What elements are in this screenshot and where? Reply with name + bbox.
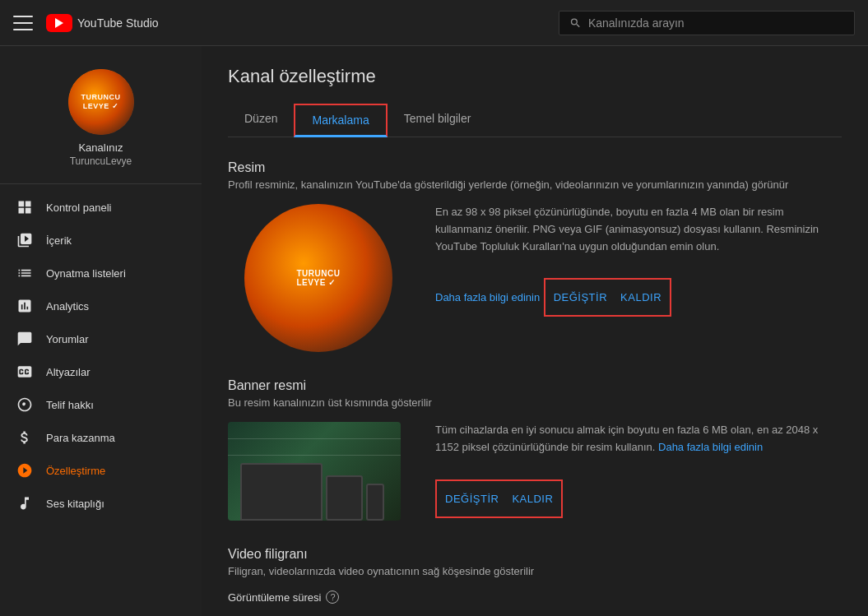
goruntuleme-help-icon[interactable]: ? bbox=[326, 591, 339, 604]
sidebar-item-monetize[interactable]: Para kazanma bbox=[0, 421, 202, 454]
sidebar-label-copyright: Telif hakkı bbox=[46, 399, 94, 411]
resim-image-area: TURUNCULEVYE ✓ bbox=[228, 204, 409, 352]
sidebar-label-playlists: Oynatma listeleri bbox=[46, 267, 126, 280]
analytics-icon bbox=[16, 298, 33, 314]
sidebar-item-playlists[interactable]: Oynatma listeleri bbox=[0, 257, 202, 289]
resim-info: En az 98 x 98 piksel çözünürlüğünde, boy… bbox=[435, 204, 842, 352]
logo-area: YouTube Studio bbox=[46, 14, 159, 32]
phone-device-icon bbox=[366, 484, 384, 521]
channel-name: Kanalınız bbox=[78, 141, 123, 154]
watermark-goruntuleme: Görüntüleme süresi ? bbox=[228, 591, 842, 604]
sidebar-label-monetize: Para kazanma bbox=[46, 432, 115, 444]
sidebar-item-subtitles[interactable]: Altyazılar bbox=[0, 355, 202, 388]
banner-info-text: Tüm cihazlarda en iyi sonucu almak için … bbox=[435, 422, 842, 456]
sidebar: TURUNCULEVYE ✓ Kanalınız TuruncuLevye Ko… bbox=[0, 46, 202, 616]
search-icon bbox=[569, 16, 582, 30]
top-navigation: YouTube Studio bbox=[0, 0, 868, 46]
avatar: TURUNCULEVYE ✓ bbox=[68, 69, 134, 135]
section-resim: Resim Profil resminiz, kanalınızın YouTu… bbox=[228, 160, 842, 352]
copyright-icon bbox=[16, 396, 33, 413]
monetize-icon bbox=[16, 429, 33, 446]
menu-icon[interactable] bbox=[13, 13, 33, 33]
banner-image-area bbox=[228, 422, 409, 521]
sidebar-label-analytics: Analytics bbox=[46, 300, 89, 313]
channel-info: TURUNCULEVYE ✓ Kanalınız TuruncuLevye bbox=[0, 59, 202, 184]
banner-change-button[interactable]: DEĞİŞTİR bbox=[445, 489, 499, 508]
playlists-icon bbox=[16, 265, 33, 281]
sidebar-item-customize[interactable]: Özelleştirme bbox=[0, 454, 202, 487]
sidebar-item-dashboard[interactable]: Kontrol paneli bbox=[0, 191, 202, 224]
sidebar-label-comments: Yorumlar bbox=[46, 333, 89, 345]
banner-devices bbox=[240, 447, 388, 521]
sidebar-label-content: İçerik bbox=[46, 234, 72, 247]
sidebar-item-content[interactable]: İçerik bbox=[0, 224, 202, 257]
tab-duzen[interactable]: Düzen bbox=[228, 104, 294, 137]
youtube-logo-icon bbox=[46, 14, 72, 32]
content-area: Kanal özelleştirme Düzen Markalama Temel… bbox=[202, 46, 868, 616]
sidebar-label-customize: Özelleştirme bbox=[46, 465, 105, 477]
resim-info-text: En az 98 x 98 piksel çözünürlüğünde, boy… bbox=[435, 204, 842, 255]
watermark-title: Video filigranı bbox=[228, 547, 842, 562]
profile-image: TURUNCULEVYE ✓ bbox=[244, 204, 392, 352]
banner-info-link[interactable]: Daha fazla bilgi edinin bbox=[658, 441, 763, 453]
search-bar[interactable] bbox=[559, 11, 855, 35]
tab-markalama[interactable]: Markalama bbox=[294, 104, 387, 137]
resim-body: TURUNCULEVYE ✓ En az 98 x 98 piksel çözü… bbox=[228, 204, 842, 352]
channel-handle: TuruncuLevye bbox=[70, 155, 132, 167]
tab-temel[interactable]: Temel bilgiler bbox=[388, 104, 488, 137]
resim-title: Resim bbox=[228, 160, 842, 175]
banner-image bbox=[228, 422, 401, 521]
resim-change-button[interactable]: DEĞİŞTİR bbox=[554, 288, 607, 307]
main-area: TURUNCULEVYE ✓ Kanalınız TuruncuLevye Ko… bbox=[0, 46, 868, 616]
tabs-bar: Düzen Markalama Temel bilgiler bbox=[228, 104, 842, 137]
section-watermark: Video filigranı Filigran, videolarınızda… bbox=[228, 547, 842, 604]
banner-body: Tüm cihazlarda en iyi sonucu almak için … bbox=[228, 422, 842, 521]
sidebar-item-audio[interactable]: Ses kitaplığı bbox=[0, 487, 202, 520]
subtitles-icon bbox=[16, 364, 33, 380]
search-input[interactable] bbox=[588, 16, 844, 30]
banner-desc: Bu resim kanalınızın üst kısmında göster… bbox=[228, 396, 842, 409]
section-banner: Banner resmi Bu resim kanalınızın üst kı… bbox=[228, 378, 842, 521]
sidebar-label-subtitles: Altyazılar bbox=[46, 366, 90, 378]
sidebar-item-copyright[interactable]: Telif hakkı bbox=[0, 388, 202, 421]
dashboard-icon bbox=[16, 199, 33, 215]
laptop-device-icon bbox=[240, 463, 323, 521]
comments-icon bbox=[16, 331, 33, 347]
sidebar-item-analytics[interactable]: Analytics bbox=[0, 289, 202, 322]
banner-title: Banner resmi bbox=[228, 378, 842, 393]
audio-icon bbox=[16, 495, 33, 512]
sidebar-label-dashboard: Kontrol paneli bbox=[46, 201, 112, 214]
resim-action-buttons: DEĞİŞTİR KALDIR bbox=[544, 278, 671, 317]
customize-icon bbox=[16, 462, 33, 479]
banner-info: Tüm cihazlarda en iyi sonucu almak için … bbox=[435, 422, 842, 521]
banner-remove-button[interactable]: KALDIR bbox=[512, 489, 553, 508]
page-title: Kanal özelleştirme bbox=[228, 66, 842, 87]
studio-label: YouTube Studio bbox=[77, 16, 159, 30]
resim-remove-button[interactable]: KALDIR bbox=[620, 288, 661, 307]
banner-action-buttons: DEĞİŞTİR KALDIR bbox=[435, 479, 563, 518]
tablet-device-icon bbox=[326, 475, 363, 521]
avatar-image: TURUNCULEVYE ✓ bbox=[68, 69, 134, 135]
sidebar-label-audio: Ses kitaplığı bbox=[46, 498, 104, 510]
sidebar-item-comments[interactable]: Yorumlar bbox=[0, 322, 202, 355]
watermark-desc: Filigran, videolarınızda video oynatıcın… bbox=[228, 565, 842, 577]
resim-desc: Profil resminiz, kanalınızın YouTube'da … bbox=[228, 178, 842, 191]
resim-info-link[interactable]: Daha fazla bilgi edinin bbox=[435, 291, 540, 303]
content-icon bbox=[16, 232, 33, 248]
